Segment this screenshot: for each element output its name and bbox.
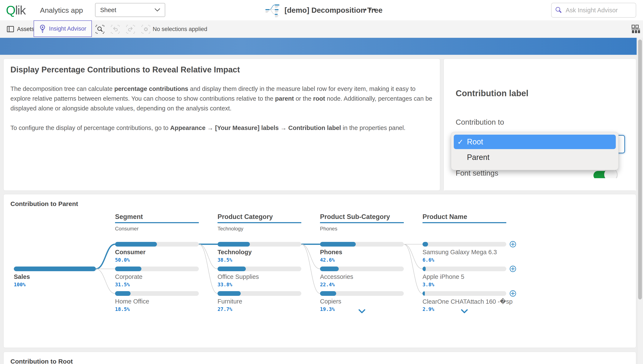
- tree-link: [404, 244, 422, 294]
- node-bar[interactable]: [422, 291, 506, 296]
- node-label: Sales: [14, 273, 30, 280]
- node-label: Office Supplies: [218, 273, 259, 280]
- top-bar: Qlik Analytics app Sheet [demo] Decompos…: [0, 0, 643, 20]
- node-bar[interactable]: [320, 291, 404, 296]
- chevron-down-icon: [155, 8, 160, 12]
- node-percent: 19.3%: [320, 306, 335, 312]
- node-bar[interactable]: [14, 266, 96, 271]
- node-label: Apple iPhone 5: [422, 273, 464, 280]
- root-section-title: Contribution to Root: [11, 358, 73, 364]
- column-breadcrumb: Consumer: [115, 226, 139, 232]
- tree-link: [199, 244, 218, 294]
- node-label: Furniture: [218, 298, 242, 305]
- redo-selection-button[interactable]: [126, 25, 135, 34]
- tree-node-technology[interactable]: Technology38.5%: [218, 242, 301, 265]
- node-label: Corporate: [115, 273, 142, 280]
- node-bar-fill: [422, 291, 425, 296]
- node-percent: 42.6%: [320, 257, 335, 263]
- node-label: Phones: [320, 249, 342, 256]
- node-bar[interactable]: [218, 291, 301, 296]
- tree-node-clearone-chatattach-160-sp[interactable]: ClearOne CHATAttach 160 -�sp2.9%: [422, 291, 506, 314]
- sheet-header: Percentage Contribution: [0, 38, 637, 55]
- node-percent: 27.7%: [218, 306, 232, 312]
- node-percent: 6.6%: [422, 257, 434, 263]
- node-bar[interactable]: [422, 266, 506, 271]
- node-percent: 18.5%: [115, 306, 130, 312]
- checkmark-icon: ✓: [454, 138, 467, 146]
- expand-plus-icon[interactable]: [509, 265, 517, 272]
- node-label: Copiers: [320, 298, 341, 305]
- insight-advisor-search[interactable]: [551, 3, 636, 18]
- node-bar[interactable]: [115, 291, 199, 296]
- contribution-to-root-card: Contribution to Root: [4, 352, 636, 364]
- tree-link: [301, 244, 320, 294]
- search-input[interactable]: [565, 6, 632, 14]
- expand-plus-icon[interactable]: [509, 290, 517, 297]
- tree-link: [96, 269, 115, 294]
- tree-node-samsung-galaxy-mega-6-3[interactable]: Samsung Galaxy Mega 6.36.6%: [422, 242, 506, 265]
- insight-advisor-tab[interactable]: Insight Advisor: [34, 20, 92, 37]
- tree-node-phones[interactable]: Phones42.6%: [320, 242, 404, 265]
- node-bar[interactable]: [320, 266, 404, 271]
- sheet-selector-dropdown[interactable]: Sheet: [95, 3, 165, 17]
- assets-button[interactable]: Assets: [4, 20, 37, 38]
- dropdown-option-root[interactable]: ✓ Root: [454, 135, 616, 149]
- more-menu-button[interactable]: [364, 8, 377, 11]
- node-label: Home Office: [115, 298, 149, 305]
- expand-plus-icon[interactable]: [509, 240, 517, 248]
- dropdown-option-label: Parent: [467, 153, 490, 162]
- tree-node-consumer[interactable]: Consumer50.0%: [115, 242, 199, 265]
- tree-node-furniture[interactable]: Furniture27.7%: [218, 291, 301, 314]
- contribution-to-label: Contribution to: [456, 118, 504, 126]
- clear-selections-button[interactable]: [141, 25, 150, 34]
- column-breadcrumb: Technology: [218, 226, 243, 232]
- node-percent: 22.4%: [320, 282, 335, 287]
- tree-node-sales[interactable]: Sales100%: [14, 266, 96, 290]
- node-bar[interactable]: [422, 242, 506, 246]
- tree-link: [301, 244, 320, 269]
- node-bar-fill: [218, 266, 246, 271]
- column-underline: [115, 222, 199, 223]
- tree-link: [404, 244, 422, 269]
- scrollbar-thumb[interactable]: [638, 40, 642, 300]
- node-percent: 2.9%: [422, 306, 434, 312]
- column-header-product-category: Product Category: [218, 213, 273, 221]
- dropdown-option-parent[interactable]: ✓ Parent: [454, 151, 616, 164]
- selections-status: No selections applied: [153, 20, 207, 38]
- qlik-logo[interactable]: Qlik: [6, 3, 26, 17]
- contribution-to-dropdown-menu: ✓ Root ✓ Parent: [451, 132, 618, 170]
- node-label: Technology: [218, 249, 252, 256]
- node-label: Samsung Galaxy Mega 6.3: [422, 249, 497, 256]
- font-settings-label: Font settings: [456, 169, 498, 177]
- assets-label: Assets: [17, 26, 34, 32]
- column-underline: [422, 222, 506, 223]
- undo-selection-button[interactable]: [111, 25, 120, 34]
- tree-node-home-office[interactable]: Home Office18.5%: [115, 291, 199, 314]
- node-bar-fill: [422, 242, 428, 246]
- panel-clip-mask: [444, 178, 636, 190]
- tree-node-office-supplies[interactable]: Office Supplies33.8%: [218, 266, 301, 290]
- node-percent: 31.5%: [115, 282, 130, 287]
- smart-search-button[interactable]: [95, 25, 105, 34]
- node-bar[interactable]: [115, 266, 199, 271]
- node-bar[interactable]: [218, 266, 301, 271]
- column-breadcrumb: Phones: [320, 226, 337, 232]
- node-bar[interactable]: [115, 242, 199, 246]
- tree-node-copiers[interactable]: Copiers19.3%: [320, 291, 404, 314]
- tree-node-accessories[interactable]: Accessories22.4%: [320, 266, 404, 290]
- column-underline: [320, 222, 404, 223]
- node-bar-fill: [422, 266, 426, 271]
- column-header-product-sub-category: Product Sub-Category: [320, 213, 390, 221]
- tree-link-selected: [96, 244, 115, 269]
- node-percent: 100%: [14, 282, 26, 287]
- column-underline: [218, 222, 301, 223]
- app-window: Qlik Analytics app Sheet [demo] Decompos…: [0, 0, 643, 364]
- tree-node-apple-iphone-5[interactable]: Apple iPhone 53.8%: [422, 266, 506, 290]
- lightbulb-icon: [39, 24, 46, 33]
- node-bar[interactable]: [320, 242, 404, 246]
- tree-node-corporate[interactable]: Corporate31.5%: [115, 266, 199, 290]
- node-bar[interactable]: [218, 242, 301, 246]
- node-percent: 33.8%: [218, 282, 232, 287]
- sheet-grid-view-button[interactable]: [631, 25, 642, 34]
- column-header-product-name: Product Name: [422, 213, 467, 221]
